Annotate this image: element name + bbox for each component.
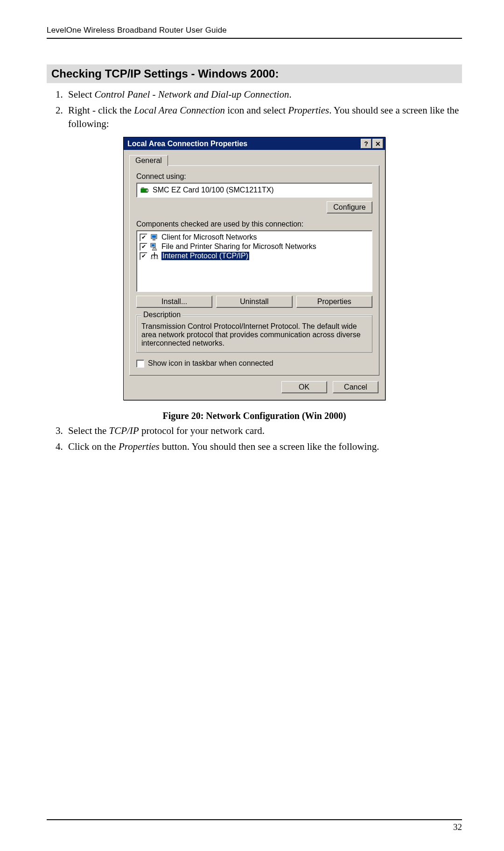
title-bar[interactable]: Local Area Connection Properties ? ✕ — [124, 137, 385, 150]
figure-caption: Figure 20: Network Configuration (Win 20… — [47, 411, 462, 421]
description-label: Description — [141, 311, 182, 319]
close-icon: ✕ — [375, 141, 381, 147]
adapter-field[interactable]: SMC EZ Card 10/100 (SMC1211TX) — [136, 183, 372, 198]
dialog-title: Local Area Connection Properties — [126, 140, 360, 148]
section-title: Checking TCP/IP Settings - Windows 2000: — [47, 64, 462, 83]
list-item: Select Control Panel - Network and Dial-… — [65, 88, 462, 101]
components-label: Components checked are used by this conn… — [136, 220, 372, 228]
description-text: Transmission Control Protocol/Internet P… — [141, 322, 367, 347]
sharing-icon — [150, 242, 159, 251]
list-item: Click on the Properties button. You shou… — [65, 440, 462, 453]
footer-rule — [47, 819, 462, 820]
component-label: Client for Microsoft Networks — [161, 233, 257, 241]
text: Select — [68, 89, 95, 100]
text: Select the — [68, 425, 109, 436]
install-button[interactable]: Install... — [136, 296, 212, 308]
svg-rect-4 — [152, 235, 156, 238]
description-groupbox: Description Transmission Control Protoco… — [136, 315, 372, 353]
svg-rect-2 — [146, 190, 148, 191]
configure-button[interactable]: Configure — [327, 201, 372, 213]
svg-rect-1 — [141, 187, 144, 189]
dialog-window: Local Area Connection Properties ? ✕ Gen… — [123, 137, 385, 400]
cancel-button[interactable]: Cancel — [333, 381, 378, 393]
checkbox[interactable] — [140, 234, 147, 241]
list-item: Right - click the Local Area Connection … — [65, 104, 462, 130]
text: Click on the — [68, 441, 119, 452]
list-item[interactable]: Client for Microsoft Networks — [140, 233, 369, 242]
page-number: 32 — [47, 822, 462, 832]
close-button[interactable]: ✕ — [372, 139, 383, 149]
page-header: LevelOne Wireless Broadband Router User … — [47, 26, 462, 35]
taskbar-checkbox[interactable] — [136, 360, 144, 368]
client-icon — [150, 233, 159, 241]
ok-button[interactable]: OK — [281, 381, 327, 393]
checkbox[interactable] — [140, 243, 147, 251]
svg-rect-5 — [153, 239, 155, 241]
text: Right - click the — [68, 105, 134, 116]
list-item: Select the TCP/IP protocol for your netw… — [65, 424, 462, 437]
checkbox[interactable] — [140, 252, 147, 260]
svg-point-8 — [151, 257, 153, 259]
text-italic: TCP/IP — [109, 425, 139, 436]
list-item[interactable]: Internet Protocol (TCP/IP) — [140, 251, 369, 261]
svg-rect-7 — [152, 244, 154, 246]
help-button[interactable]: ? — [361, 139, 371, 149]
text-italic: Local Area Connection — [134, 105, 225, 116]
network-card-icon — [140, 186, 149, 194]
text: icon and select — [225, 105, 288, 116]
connect-using-label: Connect using: — [136, 172, 372, 181]
text: button. You should then see a screen lik… — [160, 441, 379, 452]
instruction-list-before: Select Control Panel - Network and Dial-… — [47, 88, 462, 130]
component-label-selected: Internet Protocol (TCP/IP) — [161, 252, 249, 260]
text: protocol for your network card. — [139, 425, 265, 436]
text-italic: Properties — [119, 441, 160, 452]
text-italic: Control Panel - Network and Dial-up Conn… — [95, 89, 289, 100]
uninstall-button[interactable]: Uninstall — [216, 296, 292, 308]
tab-pane: Connect using: SMC EZ Card 10/100 (SMC12… — [129, 165, 379, 376]
protocol-icon — [150, 252, 159, 260]
list-item[interactable]: File and Printer Sharing for Microsoft N… — [140, 242, 369, 251]
svg-point-10 — [156, 257, 158, 259]
text: . — [289, 89, 291, 100]
tab-general[interactable]: General — [129, 155, 168, 166]
component-label: File and Printer Sharing for Microsoft N… — [161, 242, 316, 251]
svg-point-9 — [154, 257, 155, 259]
instruction-list-after: Select the TCP/IP protocol for your netw… — [47, 424, 462, 454]
components-listbox[interactable]: Client for Microsoft Networks File and P… — [136, 230, 372, 292]
properties-button[interactable]: Properties — [296, 296, 372, 308]
text-italic: Properties — [288, 105, 329, 116]
adapter-name: SMC EZ Card 10/100 (SMC1211TX) — [153, 186, 274, 194]
dialog-footer: OK Cancel — [124, 381, 385, 400]
header-rule — [47, 38, 462, 39]
taskbar-label: Show icon in taskbar when connected — [148, 359, 273, 368]
